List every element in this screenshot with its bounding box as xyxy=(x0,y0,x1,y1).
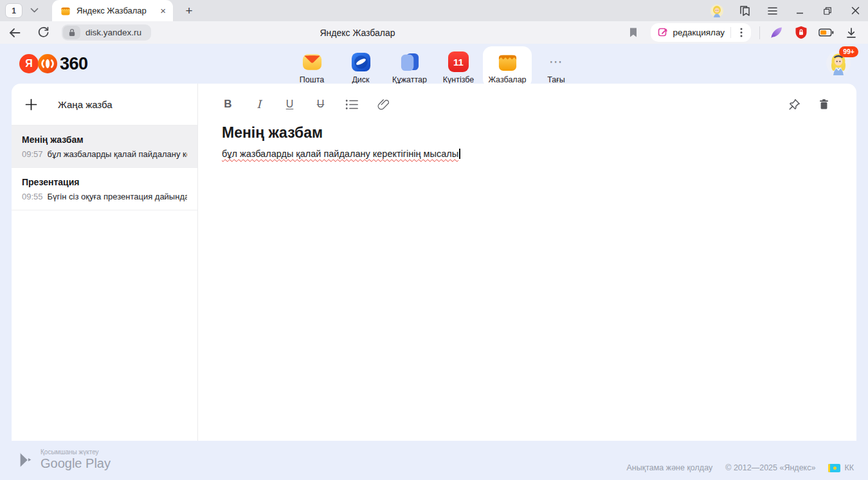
kebab-menu-icon xyxy=(740,28,743,37)
battery-saver-button[interactable] xyxy=(818,24,834,42)
hamburger-menu-icon xyxy=(768,7,777,15)
tab-list-chevron-button[interactable] xyxy=(26,3,42,18)
language-code: КК xyxy=(844,463,854,472)
shield-lock-icon xyxy=(795,26,808,39)
strikethrough-button[interactable]: U xyxy=(314,98,327,110)
google-play-caption: Қосымшаны жүктеу xyxy=(41,448,111,456)
toolbar-divider xyxy=(759,26,760,39)
user-avatar[interactable]: 99+ xyxy=(826,51,851,75)
restore-window-icon xyxy=(823,6,832,15)
nav-label-disk: Диск xyxy=(352,75,369,84)
note-list-item[interactable]: Презентация 09:55 Бүгін сіз оқуға презен… xyxy=(12,168,197,210)
editor-toolbar: B I U U xyxy=(222,95,833,114)
browser-tab[interactable]: Яндекс Жазбалар × xyxy=(52,0,173,21)
browser-profile-avatar[interactable] xyxy=(710,3,723,19)
note-title-field[interactable]: Менің жазбам xyxy=(222,124,833,142)
page-footer: Қосымшаны жүктеу Google Play Анықтама жә… xyxy=(0,441,868,480)
tab-title: Яндекс Жазбалар xyxy=(77,6,153,15)
calendar-icon: 11 xyxy=(448,51,469,73)
calendar-date-badge: 11 xyxy=(448,51,469,72)
edit-pencil-icon xyxy=(658,28,668,38)
protect-security-button[interactable] xyxy=(793,24,809,42)
nav-item-notes[interactable]: Жазбалар xyxy=(483,46,532,88)
collections-button[interactable] xyxy=(738,3,751,19)
bookmark-page-button[interactable] xyxy=(625,24,642,42)
address-bar[interactable]: disk.yandex.ru xyxy=(62,24,151,41)
google-play-link[interactable]: Қосымшаны жүктеу Google Play xyxy=(18,448,111,471)
reload-button[interactable] xyxy=(35,24,51,42)
more-options-button[interactable] xyxy=(733,24,750,41)
chevron-down-icon xyxy=(30,8,39,14)
tab-close-button[interactable]: × xyxy=(159,6,167,15)
nav-item-documents[interactable]: Құжаттар xyxy=(385,46,434,88)
note-item-time: 09:57 xyxy=(22,149,43,159)
site-security-chip[interactable] xyxy=(63,26,80,39)
new-tab-button[interactable]: + xyxy=(180,3,198,19)
nav-item-disk[interactable]: Диск xyxy=(336,46,385,88)
logo-360-text: 360 xyxy=(60,54,88,74)
nav-label-documents: Құжаттар xyxy=(392,75,427,84)
yandex-logo-icon: Я xyxy=(19,54,39,73)
underline-button[interactable]: U xyxy=(284,98,296,110)
trash-icon xyxy=(818,98,829,110)
note-item-time: 09:55 xyxy=(22,192,43,201)
note-item-preview: Бүгін сіз оқуға презентация дайында... xyxy=(48,192,187,201)
note-item-title: Менің жазбам xyxy=(22,134,187,145)
bold-button[interactable]: B xyxy=(222,98,234,111)
edit-mode-label: редакциялау xyxy=(673,28,725,37)
nav-label-calendar: Күнтізбе xyxy=(443,75,475,84)
disk-icon xyxy=(350,51,372,73)
pill-divider xyxy=(730,27,731,38)
note-body-field[interactable]: бұл жазбаларды қалай пайдалану керектігі… xyxy=(222,149,833,159)
language-switcher[interactable]: КК xyxy=(828,463,854,472)
profile-avatar-icon xyxy=(710,5,723,17)
new-note-button[interactable]: Жаңа жазба xyxy=(12,84,197,125)
google-play-label: Google Play xyxy=(41,456,111,471)
google-play-icon xyxy=(18,452,33,468)
tab-counter-button[interactable]: 1 xyxy=(5,3,23,18)
reload-icon xyxy=(37,26,50,39)
yandex360-logo[interactable]: Я 360 xyxy=(19,54,88,74)
delete-note-button[interactable] xyxy=(818,98,830,110)
documents-icon xyxy=(399,51,420,73)
window-restore-button[interactable] xyxy=(821,3,834,19)
more-dots-icon: ⋯ xyxy=(545,51,567,73)
notes-app-card: Жаңа жазба Менің жазбам 09:57 бұл жазбал… xyxy=(12,84,856,441)
lightpen-extension-button[interactable] xyxy=(768,24,784,42)
window-minimize-button[interactable] xyxy=(793,3,806,19)
minimize-icon xyxy=(796,7,804,15)
kazakhstan-flag-icon xyxy=(828,464,840,472)
browser-menu-button[interactable] xyxy=(766,3,779,19)
download-icon xyxy=(845,27,857,39)
yandex360-header: Я 360 Пошта xyxy=(0,44,868,84)
bullet-list-icon xyxy=(345,99,358,110)
nav-item-mail[interactable]: Пошта xyxy=(287,46,336,88)
new-note-label: Жаңа жазба xyxy=(58,99,113,110)
nav-item-calendar[interactable]: 11 Күнтізбе xyxy=(434,46,483,88)
browser-toolbar: disk.yandex.ru Яндекс Жазбалар редакциял… xyxy=(0,21,868,44)
pin-note-button[interactable] xyxy=(788,98,800,111)
help-support-link[interactable]: Анықтама және қолдау xyxy=(627,463,713,472)
copyright-text: © 2012—2025 «Яндекс» xyxy=(725,463,815,472)
y360-aperture-icon xyxy=(38,54,57,73)
nav-item-more[interactable]: ⋯ Тағы xyxy=(532,46,581,88)
bookmark-icon xyxy=(629,27,638,38)
note-body-text: бұл жазбаларды қалай пайдалану керектігі… xyxy=(222,149,458,159)
back-button[interactable] xyxy=(6,24,23,42)
nav-label-notes: Жазбалар xyxy=(488,75,526,84)
back-arrow-icon xyxy=(8,27,21,39)
edit-mode-button[interactable]: редакциялау xyxy=(651,23,751,42)
window-close-button[interactable] xyxy=(849,3,862,19)
paperclip-icon xyxy=(377,98,389,111)
italic-button[interactable]: I xyxy=(253,98,265,111)
bullet-list-button[interactable] xyxy=(345,99,358,110)
mail-icon xyxy=(301,51,323,73)
attach-file-button[interactable] xyxy=(377,98,389,111)
note-item-title: Презентация xyxy=(22,177,187,187)
downloads-button[interactable] xyxy=(844,24,859,42)
feather-pen-icon xyxy=(770,26,783,39)
lock-icon xyxy=(68,28,76,37)
plus-icon xyxy=(24,98,38,111)
notes-sidebar: Жаңа жазба Менің жазбам 09:57 бұл жазбал… xyxy=(12,84,198,441)
note-list-item[interactable]: Менің жазбам 09:57 бұл жазбаларды қалай … xyxy=(12,125,197,168)
